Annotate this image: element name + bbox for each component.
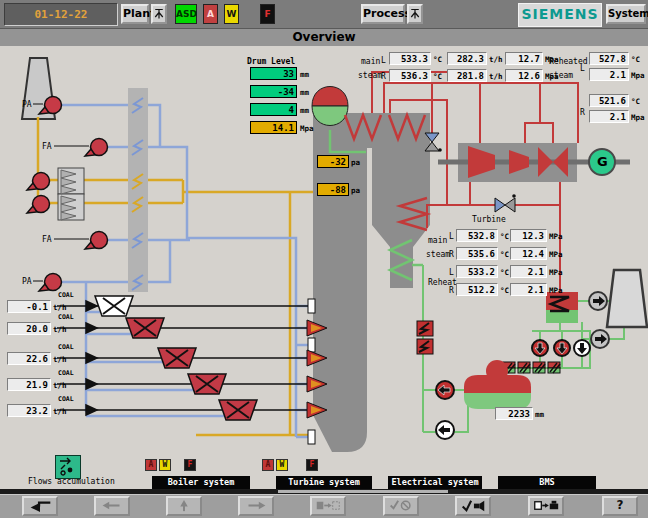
return-button[interactable] (22, 496, 58, 516)
tb-reheat-l-press-unit: MPa (549, 268, 563, 277)
boiler-system-button[interactable]: Boiler system (152, 476, 250, 489)
cooling-tower[interactable] (607, 270, 647, 327)
cw-pump-2[interactable] (591, 330, 609, 348)
turbine-main-label-2: steam (426, 250, 450, 259)
fa-fan-top[interactable] (85, 139, 108, 157)
fa-fan-bottom[interactable] (85, 232, 108, 250)
plant-button[interactable]: Plant (121, 4, 149, 24)
reheated-r-mark: R (580, 108, 585, 117)
tb-reheat-r-press-unit: MPa (549, 286, 563, 295)
rh-l-press: 2.1 (589, 68, 629, 81)
drum-pressure-unit: Mpa (300, 124, 314, 133)
arrow-right-icon (241, 498, 271, 513)
flows-accumulation-button[interactable] (55, 455, 81, 479)
pa-top-label: PA (22, 100, 32, 109)
turbine-alarm-f[interactable]: F (306, 459, 318, 471)
coal-flow-4: 21.9 (7, 378, 51, 391)
datetime-display: 01-12-22 17:26:25 (4, 3, 118, 26)
return-icon (25, 498, 55, 513)
warning-w-indicator[interactable]: W (224, 4, 239, 24)
turbine-alarm-w[interactable]: W (276, 459, 288, 471)
boiler-drum[interactable] (312, 87, 348, 126)
process-button[interactable]: Process (361, 4, 405, 24)
coal-flow-unit-3: t/h (53, 355, 67, 364)
precipitator-units[interactable] (58, 168, 84, 220)
coal-label-2: COAL (58, 313, 74, 321)
drum-level-value-1: 33 (250, 67, 297, 80)
air-preheater[interactable] (128, 88, 148, 292)
plant-acknowledge-button[interactable] (151, 4, 167, 24)
process-acknowledge-button[interactable] (407, 4, 423, 24)
rh-l-temp: 527.8 (589, 52, 629, 65)
boiler-alarm-f[interactable]: F (184, 459, 196, 471)
alarm-a-indicator[interactable]: A (203, 4, 218, 24)
condensate-pump-3[interactable] (574, 340, 590, 356)
feedwater-pump-2[interactable] (436, 421, 454, 439)
flows-accumulation-label: Flows accumulation (28, 477, 115, 486)
drum-level-value-3: 4 (250, 103, 297, 116)
coal-mill-5[interactable] (219, 400, 257, 420)
help-button[interactable]: ? (602, 496, 638, 516)
asd-indicator[interactable]: ASD (175, 4, 197, 24)
reheat-valve[interactable] (495, 194, 516, 212)
turbine-alarm-a[interactable]: A (262, 459, 274, 471)
pa-fan-bottom[interactable] (39, 274, 62, 292)
system-button[interactable]: System (606, 4, 646, 24)
ms-r-flow: 281.8 (447, 69, 487, 82)
ms-l-temp-unit: °C (433, 55, 442, 64)
ms-l-flow-unit: t/h (489, 55, 503, 64)
print-screen-button[interactable] (528, 496, 564, 516)
reheated-label-2: steam (549, 71, 573, 80)
hmi-overview-screen: 01-12-22 17:26:25 Plant ASD A W F Proces… (0, 0, 648, 518)
tb-main-r-press-unit: MPa (549, 250, 563, 259)
flue-gas-lines (38, 117, 313, 435)
hp-heaters[interactable] (417, 321, 433, 354)
coal-mill-3[interactable] (158, 348, 196, 368)
ms-l-temp: 533.3 (389, 52, 431, 65)
burner-off-3[interactable] (308, 430, 315, 444)
bms-button[interactable]: BMS (498, 476, 596, 489)
electrical-system-button[interactable]: Electrical system (388, 476, 482, 489)
coal-flow-unit-1: t/h (53, 303, 67, 312)
main-steam-label-1: main (361, 57, 380, 66)
arrow-left-icon (97, 498, 127, 513)
confirm-cancel-button (383, 496, 419, 516)
acknowledge-icon (153, 7, 165, 21)
coal-label-3: COAL (58, 343, 74, 351)
main-steam-r-mark: R (381, 72, 386, 81)
coal-flow-unit-4: t/h (53, 381, 67, 390)
print-screen-icon (531, 498, 561, 513)
ms-l-press: 12.7 (505, 52, 543, 65)
confirm-select-button[interactable] (455, 496, 491, 516)
tb-main-r-temp-unit: °C (500, 250, 509, 259)
tb-reheat-r-press: 2.1 (510, 283, 547, 296)
boiler-alarm-w[interactable]: W (159, 459, 171, 471)
gas-fan-2[interactable] (27, 196, 50, 214)
feedwater-pump-1[interactable] (436, 381, 454, 399)
turbine-main-label-1: main (428, 236, 447, 245)
boiler-alarm-a[interactable]: A (145, 459, 157, 471)
confirm-cancel-icon (386, 498, 416, 513)
arrow-up-icon (169, 498, 199, 513)
coal-label-5: COAL (58, 395, 74, 403)
turbine-system-button[interactable]: Turbine system (276, 476, 372, 489)
gas-fan-1[interactable] (27, 173, 50, 191)
drum-pressure-value: 14.1 (250, 121, 297, 134)
tb-main-l-press-unit: MPa (549, 232, 563, 241)
main-steam-label-2: steam (358, 71, 382, 80)
coal-mill-4[interactable] (188, 374, 226, 394)
condenser[interactable] (546, 292, 578, 323)
deaerator-level-unit: mm (535, 410, 544, 419)
condensate-pump-2[interactable] (554, 340, 570, 356)
coal-flow-unit-5: t/h (53, 407, 67, 416)
burner-off-2[interactable] (308, 338, 315, 352)
burner-off-1[interactable] (308, 299, 315, 313)
cw-pump-1[interactable] (589, 292, 607, 310)
furnace-pressure-unit-2: pa (351, 186, 360, 195)
fault-f-indicator[interactable]: F (260, 4, 275, 24)
coal-mill-1[interactable] (95, 296, 133, 316)
rh-r-temp-unit: °C (631, 97, 640, 106)
rh-l-press-unit: Mpa (631, 71, 645, 80)
coal-mill-2[interactable] (126, 318, 164, 338)
condensate-pump-1[interactable] (532, 340, 548, 356)
